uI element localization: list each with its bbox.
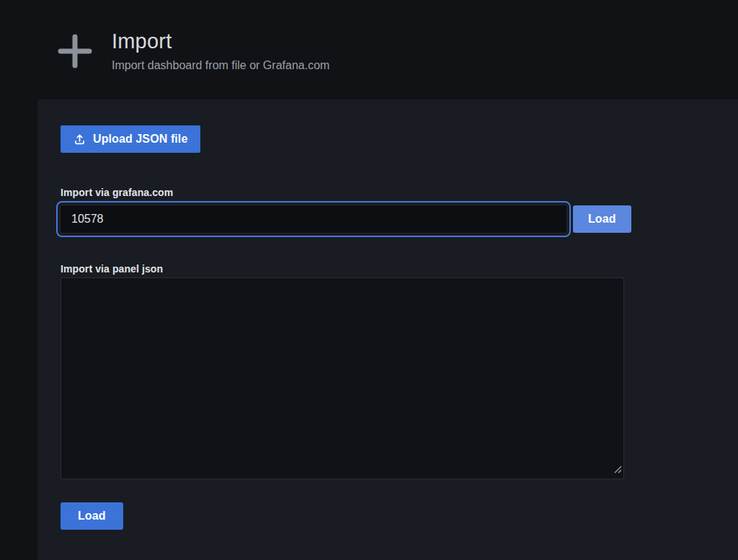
page-title: Import [112,29,329,53]
gcom-id-input[interactable] [60,205,567,234]
upload-button-label: Upload JSON file [93,133,187,146]
panel-json-load-button[interactable]: Load [61,502,123,530]
header-text: Import Import dashboard from file or Gra… [112,29,329,72]
page-subtitle: Import dashboard from file or Grafana.co… [112,58,329,72]
plus-icon [54,30,96,72]
gcom-load-button[interactable]: Load [573,205,631,233]
panel-json-textarea[interactable] [61,277,624,479]
upload-icon [74,133,86,146]
gcom-input-focus-ring [56,201,571,237]
panel-json-textarea-wrap [61,277,624,479]
gcom-import-group: Import via grafana.com Load [61,185,715,237]
import-page: Import Import dashboard from file or Gra… [0,0,738,560]
upload-json-file-button[interactable]: Upload JSON file [61,125,200,153]
panel-json-label: Import via panel json [61,262,715,276]
gcom-input-row: Load [56,201,715,237]
gcom-input-label: Import via grafana.com [61,185,715,200]
page-header: Import Import dashboard from file or Gra… [54,29,329,72]
import-panel: Upload JSON file Import via grafana.com … [37,99,738,560]
panel-json-import-group: Import via panel json [61,262,715,479]
